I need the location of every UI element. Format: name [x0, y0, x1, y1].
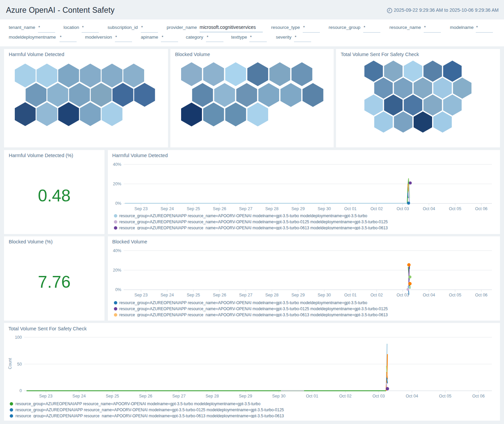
svg-text:Oct 01: Oct 01: [344, 206, 356, 211]
svg-text:Sep 24: Sep 24: [161, 206, 174, 211]
svg-text:Count: Count: [8, 358, 12, 369]
svg-text:Oct 02: Oct 02: [370, 206, 383, 211]
svg-text:Oct 02: Oct 02: [339, 394, 351, 398]
svg-text:Blocked Volume: Blocked Volume: [112, 239, 147, 244]
svg-text:Sep 25: Sep 25: [106, 394, 119, 398]
svg-text:Oct 04: Oct 04: [423, 206, 435, 211]
svg-text:Sep 23: Sep 23: [39, 394, 53, 398]
svg-text:Sep 28: Sep 28: [265, 206, 279, 211]
svg-text:Oct 05: Oct 05: [449, 206, 461, 211]
svg-text:Oct 03: Oct 03: [372, 394, 385, 398]
svg-text:Oct 01: Oct 01: [306, 394, 318, 398]
svg-text:50: 50: [17, 362, 22, 367]
svg-text:Oct 06: Oct 06: [475, 293, 488, 297]
svg-text:Oct 06: Oct 06: [475, 206, 488, 211]
svg-text:resource_group=AZUREOPENAIAPP: resource_group=AZUREOPENAIAPP resource_n…: [119, 307, 388, 311]
svg-text:Sep 30: Sep 30: [272, 394, 286, 398]
svg-text:resource_group=AZUREOPENAIAPP: resource_group=AZUREOPENAIAPP resource_n…: [119, 220, 388, 224]
svg-text:Sep 30: Sep 30: [318, 293, 331, 297]
svg-text:resource_group=AZUREOPENAIAPP: resource_group=AZUREOPENAIAPP resource_n…: [119, 214, 367, 218]
svg-text:40%: 40%: [113, 248, 121, 253]
svg-text:100: 100: [15, 335, 22, 340]
svg-text:Sep 23: Sep 23: [134, 293, 148, 297]
svg-text:Sep 29: Sep 29: [239, 394, 252, 398]
svg-text:20%: 20%: [113, 182, 121, 186]
svg-text:resource_group=AZUREOPENAIAPP: resource_group=AZUREOPENAIAPP resource_n…: [119, 313, 388, 317]
svg-text:Oct 04: Oct 04: [423, 293, 435, 297]
svg-text:resource_group=AZUREOPENAIAPP: resource_group=AZUREOPENAIAPP resource_n…: [119, 300, 367, 305]
svg-text:Sep 24: Sep 24: [73, 394, 86, 398]
svg-text:Oct 01: Oct 01: [344, 293, 356, 297]
svg-text:Oct 03: Oct 03: [396, 206, 409, 211]
svg-text:Sep 30: Sep 30: [318, 206, 331, 211]
svg-text:Sep 28: Sep 28: [265, 293, 279, 297]
svg-text:Sep 29: Sep 29: [291, 206, 305, 211]
svg-text:Sep 24: Sep 24: [161, 293, 174, 297]
svg-text:Sep 26: Sep 26: [139, 394, 153, 398]
svg-text:Oct 02: Oct 02: [370, 293, 383, 297]
svg-text:Oct 03: Oct 03: [396, 293, 409, 297]
svg-text:Oct 04: Oct 04: [406, 394, 418, 398]
svg-text:Oct 06: Oct 06: [472, 394, 485, 398]
svg-text:Oct 05: Oct 05: [449, 293, 461, 297]
svg-text:resource_group=AZUREOPENAIAPP: resource_group=AZUREOPENAIAPP resource_n…: [119, 226, 388, 230]
svg-text:40%: 40%: [113, 162, 121, 167]
svg-text:Oct 05: Oct 05: [439, 394, 452, 398]
svg-text:Sep 23: Sep 23: [134, 206, 148, 211]
svg-text:resource_group=AZUREOPENAIAPP: resource_group=AZUREOPENAIAPP resource_n…: [15, 414, 284, 418]
svg-text:Sep 26: Sep 26: [213, 206, 226, 211]
svg-text:20%: 20%: [113, 268, 121, 273]
svg-text:Sep 25: Sep 25: [187, 206, 200, 211]
svg-text:resource_group=AZUREOPENAIAPP: resource_group=AZUREOPENAIAPP resource_n…: [15, 402, 260, 406]
svg-text:0%: 0%: [115, 201, 121, 206]
svg-text:Sep 27: Sep 27: [239, 206, 252, 211]
svg-text:Sep 27: Sep 27: [172, 394, 186, 398]
svg-text:Harmful Volume Detected: Harmful Volume Detected: [112, 153, 168, 158]
svg-text:resource_group=AZUREOPENAIAPP: resource_group=AZUREOPENAIAPP resource_n…: [15, 408, 284, 412]
svg-text:Sep 25: Sep 25: [187, 293, 200, 297]
svg-text:Sep 26: Sep 26: [213, 293, 226, 297]
svg-text:0%: 0%: [115, 287, 121, 292]
svg-text:Total Volume Sent For Safety C: Total Volume Sent For Safety Check: [8, 326, 87, 331]
svg-text:Sep 28: Sep 28: [206, 394, 219, 398]
svg-text:Sep 29: Sep 29: [291, 293, 305, 297]
svg-text:0: 0: [19, 388, 22, 393]
svg-text:Sep 27: Sep 27: [239, 293, 252, 297]
